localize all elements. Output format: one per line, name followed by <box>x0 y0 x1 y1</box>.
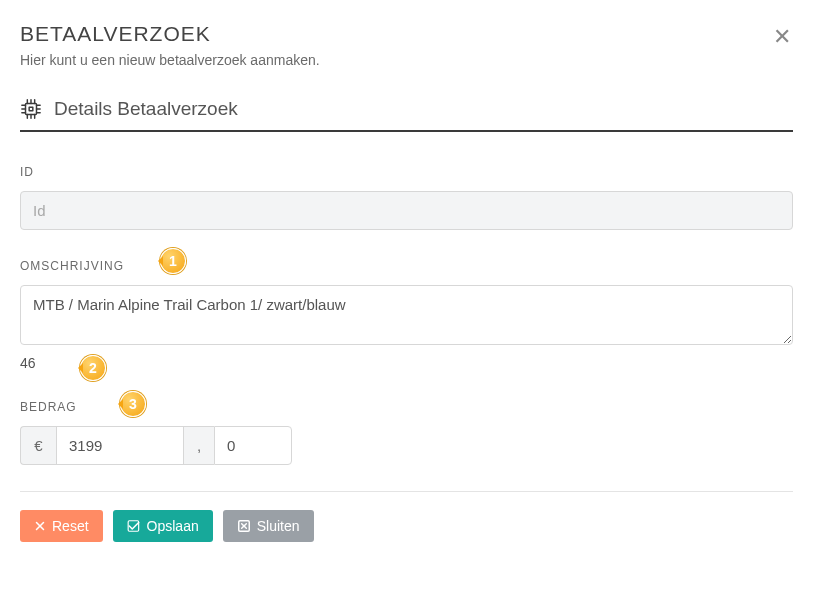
close-icon[interactable]: ✕ <box>773 26 791 48</box>
currency-symbol: € <box>20 426 56 465</box>
amount-decimal-separator: , <box>184 426 214 465</box>
x-square-icon <box>237 519 251 533</box>
svg-rect-0 <box>26 104 37 115</box>
amount-cents-input[interactable] <box>214 426 292 465</box>
description-label: OMSCHRIJVING <box>20 259 124 273</box>
id-input <box>20 191 793 230</box>
description-input[interactable] <box>20 285 793 345</box>
cpu-icon <box>20 98 42 120</box>
modal-title: BETAALVERZOEK <box>20 22 793 46</box>
section-title: Details Betaalverzoek <box>54 98 238 120</box>
amount-input-group: € , <box>20 426 310 465</box>
x-icon <box>34 520 46 532</box>
amount-label: BEDRAG <box>20 400 77 414</box>
modal-subtitle: Hier kunt u een nieuw betaalverzoek aanm… <box>20 52 793 68</box>
id-label: ID <box>20 165 34 179</box>
close-button[interactable]: Sluiten <box>223 510 314 542</box>
check-square-icon <box>127 519 141 533</box>
annotation-badge-3: 3 <box>120 391 146 417</box>
save-button-label: Opslaan <box>147 519 199 533</box>
svg-rect-1 <box>29 107 33 111</box>
annotation-badge-1: 1 <box>160 248 186 274</box>
footer-divider <box>20 491 793 492</box>
save-button[interactable]: Opslaan <box>113 510 213 542</box>
section-header: Details Betaalverzoek <box>20 98 793 132</box>
reset-button[interactable]: Reset <box>20 510 103 542</box>
description-char-count: 46 <box>20 355 793 371</box>
field-description: OMSCHRIJVING 1 46 2 <box>20 256 793 371</box>
field-amount: BEDRAG 3 € , <box>20 397 793 465</box>
reset-button-label: Reset <box>52 519 89 533</box>
close-button-label: Sluiten <box>257 519 300 533</box>
amount-integer-input[interactable] <box>56 426 184 465</box>
field-id: ID <box>20 162 793 230</box>
annotation-badge-2: 2 <box>80 355 106 381</box>
